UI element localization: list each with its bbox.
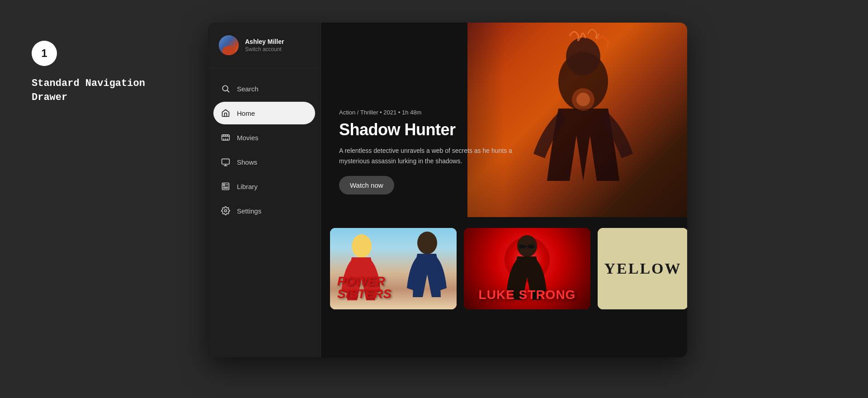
hero-meta: Action / Thriller • 2021 • 1h 48m — [339, 109, 529, 116]
main-content: Action / Thriller • 2021 • 1h 48m Shadow… — [321, 23, 687, 357]
svg-point-24 — [417, 232, 437, 254]
user-info: Ashley Miller Switch account — [245, 38, 284, 52]
svg-rect-14 — [223, 184, 225, 185]
svg-rect-27 — [528, 245, 534, 248]
home-label: Home — [237, 109, 255, 117]
power-sisters-text: POWER SISTERS — [337, 275, 392, 300]
content-card-luke-strong[interactable]: LUKE STRONG — [464, 228, 590, 309]
user-profile[interactable]: Ashley Miller Switch account — [208, 23, 321, 68]
search-label: Search — [237, 85, 259, 93]
user-name: Ashley Miller — [245, 38, 284, 45]
left-panel: 1 Standard Navigation Drawer — [18, 23, 208, 123]
app-window: Ashley Miller Switch account Search — [208, 23, 687, 357]
settings-label: Settings — [237, 207, 261, 215]
nav-items: Search Home — [208, 68, 321, 357]
luke-strong-text: LUKE STRONG — [464, 288, 590, 302]
svg-point-22 — [576, 93, 590, 106]
hero-character — [506, 27, 660, 217]
sidebar-item-home[interactable]: Home — [213, 102, 315, 124]
sidebar-item-shows[interactable]: Shows — [213, 151, 315, 173]
movies-label: Movies — [237, 134, 259, 142]
library-label: Library — [237, 183, 258, 190]
content-card-power-sisters[interactable]: POWER SISTERS — [330, 228, 457, 309]
shows-icon — [221, 157, 231, 167]
sidebar-item-movies[interactable]: Movies — [213, 126, 315, 149]
settings-icon — [221, 206, 231, 216]
search-icon — [221, 84, 231, 94]
svg-point-20 — [566, 38, 600, 76]
sidebar-item-library[interactable]: Library — [213, 175, 315, 198]
svg-point-18 — [225, 210, 227, 212]
step-badge: 1 — [32, 41, 57, 66]
sidebar-item-settings[interactable]: Settings — [213, 199, 315, 222]
hero-info: Action / Thriller • 2021 • 1h 48m Shadow… — [339, 109, 529, 194]
svg-rect-10 — [222, 159, 230, 164]
movies-icon — [221, 133, 231, 142]
svg-point-23 — [352, 234, 372, 258]
svg-rect-26 — [519, 245, 525, 248]
hero-description: A relentless detective unravels a web of… — [339, 146, 529, 166]
sidebar-item-search[interactable]: Search — [213, 77, 315, 100]
yellow-title: YELLOW — [598, 228, 687, 309]
nav-label: Standard Navigation Drawer — [32, 77, 194, 105]
shows-label: Shows — [237, 158, 257, 166]
content-card-yellow[interactable]: YELLOW — [598, 228, 687, 309]
avatar — [219, 35, 239, 55]
sidebar: Ashley Miller Switch account Search — [208, 23, 321, 357]
watch-now-button[interactable]: Watch now — [339, 176, 394, 194]
library-icon — [221, 181, 231, 191]
switch-account-label[interactable]: Switch account — [245, 46, 284, 52]
content-row: POWER SISTERS — [321, 217, 687, 357]
svg-line-1 — [227, 90, 229, 92]
hero-title: Shadow Hunter — [339, 120, 529, 139]
hero-section: Action / Thriller • 2021 • 1h 48m Shadow… — [321, 23, 687, 217]
home-icon — [221, 108, 231, 118]
